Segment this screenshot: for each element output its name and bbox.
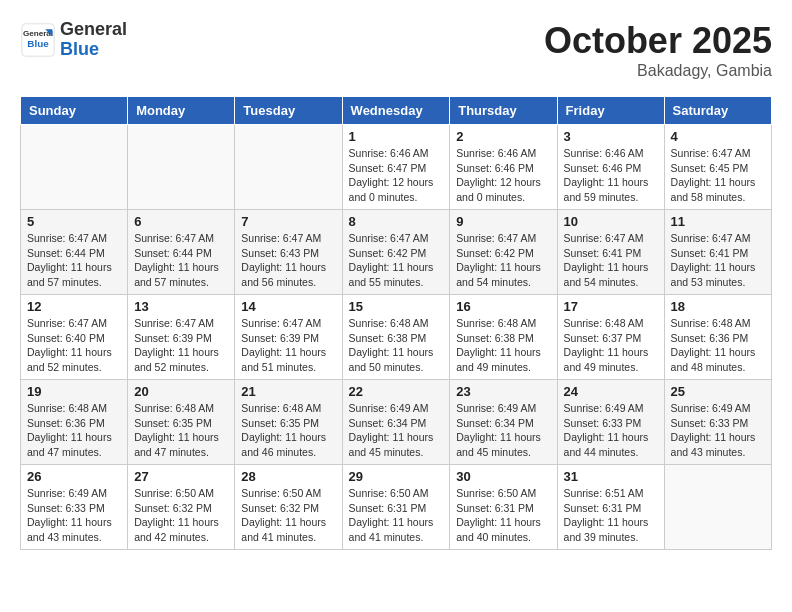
table-row: 13Sunrise: 6:47 AM Sunset: 6:39 PM Dayli… xyxy=(128,295,235,380)
calendar-week-1: 1Sunrise: 6:46 AM Sunset: 6:47 PM Daylig… xyxy=(21,125,772,210)
logo-icon: General Blue xyxy=(20,22,56,58)
day-info: Sunrise: 6:47 AM Sunset: 6:40 PM Dayligh… xyxy=(27,316,121,375)
header-tuesday: Tuesday xyxy=(235,97,342,125)
day-info: Sunrise: 6:49 AM Sunset: 6:33 PM Dayligh… xyxy=(671,401,765,460)
table-row: 31Sunrise: 6:51 AM Sunset: 6:31 PM Dayli… xyxy=(557,465,664,550)
day-number: 17 xyxy=(564,299,658,314)
table-row: 25Sunrise: 6:49 AM Sunset: 6:33 PM Dayli… xyxy=(664,380,771,465)
day-number: 20 xyxy=(134,384,228,399)
day-info: Sunrise: 6:46 AM Sunset: 6:46 PM Dayligh… xyxy=(456,146,550,205)
day-number: 29 xyxy=(349,469,444,484)
table-row: 19Sunrise: 6:48 AM Sunset: 6:36 PM Dayli… xyxy=(21,380,128,465)
svg-text:Blue: Blue xyxy=(27,38,49,49)
day-info: Sunrise: 6:46 AM Sunset: 6:46 PM Dayligh… xyxy=(564,146,658,205)
calendar-week-2: 5Sunrise: 6:47 AM Sunset: 6:44 PM Daylig… xyxy=(21,210,772,295)
day-number: 19 xyxy=(27,384,121,399)
table-row: 12Sunrise: 6:47 AM Sunset: 6:40 PM Dayli… xyxy=(21,295,128,380)
day-info: Sunrise: 6:50 AM Sunset: 6:31 PM Dayligh… xyxy=(349,486,444,545)
header-friday: Friday xyxy=(557,97,664,125)
header-sunday: Sunday xyxy=(21,97,128,125)
day-info: Sunrise: 6:49 AM Sunset: 6:33 PM Dayligh… xyxy=(564,401,658,460)
day-number: 26 xyxy=(27,469,121,484)
day-info: Sunrise: 6:50 AM Sunset: 6:32 PM Dayligh… xyxy=(241,486,335,545)
day-number: 2 xyxy=(456,129,550,144)
table-row: 28Sunrise: 6:50 AM Sunset: 6:32 PM Dayli… xyxy=(235,465,342,550)
calendar-week-4: 19Sunrise: 6:48 AM Sunset: 6:36 PM Dayli… xyxy=(21,380,772,465)
day-info: Sunrise: 6:46 AM Sunset: 6:47 PM Dayligh… xyxy=(349,146,444,205)
day-number: 6 xyxy=(134,214,228,229)
day-info: Sunrise: 6:47 AM Sunset: 6:39 PM Dayligh… xyxy=(241,316,335,375)
day-number: 14 xyxy=(241,299,335,314)
table-row xyxy=(128,125,235,210)
table-row: 17Sunrise: 6:48 AM Sunset: 6:37 PM Dayli… xyxy=(557,295,664,380)
day-info: Sunrise: 6:51 AM Sunset: 6:31 PM Dayligh… xyxy=(564,486,658,545)
table-row: 7Sunrise: 6:47 AM Sunset: 6:43 PM Daylig… xyxy=(235,210,342,295)
logo-general-text: General xyxy=(60,20,127,40)
day-number: 9 xyxy=(456,214,550,229)
day-number: 4 xyxy=(671,129,765,144)
table-row: 27Sunrise: 6:50 AM Sunset: 6:32 PM Dayli… xyxy=(128,465,235,550)
day-number: 28 xyxy=(241,469,335,484)
table-row: 2Sunrise: 6:46 AM Sunset: 6:46 PM Daylig… xyxy=(450,125,557,210)
page-header: General Blue General Blue October 2025 B… xyxy=(20,20,772,80)
day-number: 1 xyxy=(349,129,444,144)
header-wednesday: Wednesday xyxy=(342,97,450,125)
table-row: 20Sunrise: 6:48 AM Sunset: 6:35 PM Dayli… xyxy=(128,380,235,465)
day-info: Sunrise: 6:47 AM Sunset: 6:43 PM Dayligh… xyxy=(241,231,335,290)
day-info: Sunrise: 6:47 AM Sunset: 6:44 PM Dayligh… xyxy=(27,231,121,290)
day-number: 18 xyxy=(671,299,765,314)
day-number: 11 xyxy=(671,214,765,229)
calendar-week-5: 26Sunrise: 6:49 AM Sunset: 6:33 PM Dayli… xyxy=(21,465,772,550)
header-monday: Monday xyxy=(128,97,235,125)
day-number: 3 xyxy=(564,129,658,144)
day-info: Sunrise: 6:48 AM Sunset: 6:35 PM Dayligh… xyxy=(134,401,228,460)
day-info: Sunrise: 6:50 AM Sunset: 6:31 PM Dayligh… xyxy=(456,486,550,545)
day-number: 12 xyxy=(27,299,121,314)
day-number: 10 xyxy=(564,214,658,229)
table-row: 24Sunrise: 6:49 AM Sunset: 6:33 PM Dayli… xyxy=(557,380,664,465)
header-thursday: Thursday xyxy=(450,97,557,125)
table-row: 5Sunrise: 6:47 AM Sunset: 6:44 PM Daylig… xyxy=(21,210,128,295)
logo-blue-text: Blue xyxy=(60,40,127,60)
table-row: 1Sunrise: 6:46 AM Sunset: 6:47 PM Daylig… xyxy=(342,125,450,210)
day-number: 25 xyxy=(671,384,765,399)
table-row: 14Sunrise: 6:47 AM Sunset: 6:39 PM Dayli… xyxy=(235,295,342,380)
table-row: 4Sunrise: 6:47 AM Sunset: 6:45 PM Daylig… xyxy=(664,125,771,210)
day-info: Sunrise: 6:48 AM Sunset: 6:36 PM Dayligh… xyxy=(27,401,121,460)
logo-text: General Blue xyxy=(60,20,127,60)
day-info: Sunrise: 6:48 AM Sunset: 6:38 PM Dayligh… xyxy=(349,316,444,375)
calendar-week-3: 12Sunrise: 6:47 AM Sunset: 6:40 PM Dayli… xyxy=(21,295,772,380)
table-row: 18Sunrise: 6:48 AM Sunset: 6:36 PM Dayli… xyxy=(664,295,771,380)
day-info: Sunrise: 6:49 AM Sunset: 6:33 PM Dayligh… xyxy=(27,486,121,545)
day-number: 13 xyxy=(134,299,228,314)
day-info: Sunrise: 6:48 AM Sunset: 6:35 PM Dayligh… xyxy=(241,401,335,460)
header-saturday: Saturday xyxy=(664,97,771,125)
table-row: 22Sunrise: 6:49 AM Sunset: 6:34 PM Dayli… xyxy=(342,380,450,465)
table-row: 3Sunrise: 6:46 AM Sunset: 6:46 PM Daylig… xyxy=(557,125,664,210)
table-row: 9Sunrise: 6:47 AM Sunset: 6:42 PM Daylig… xyxy=(450,210,557,295)
day-info: Sunrise: 6:47 AM Sunset: 6:44 PM Dayligh… xyxy=(134,231,228,290)
month-title: October 2025 xyxy=(544,20,772,62)
table-row: 26Sunrise: 6:49 AM Sunset: 6:33 PM Dayli… xyxy=(21,465,128,550)
day-info: Sunrise: 6:48 AM Sunset: 6:37 PM Dayligh… xyxy=(564,316,658,375)
table-row: 6Sunrise: 6:47 AM Sunset: 6:44 PM Daylig… xyxy=(128,210,235,295)
table-row xyxy=(664,465,771,550)
logo: General Blue General Blue xyxy=(20,20,127,60)
day-number: 21 xyxy=(241,384,335,399)
table-row: 16Sunrise: 6:48 AM Sunset: 6:38 PM Dayli… xyxy=(450,295,557,380)
day-info: Sunrise: 6:50 AM Sunset: 6:32 PM Dayligh… xyxy=(134,486,228,545)
table-row: 8Sunrise: 6:47 AM Sunset: 6:42 PM Daylig… xyxy=(342,210,450,295)
day-info: Sunrise: 6:48 AM Sunset: 6:36 PM Dayligh… xyxy=(671,316,765,375)
table-row: 23Sunrise: 6:49 AM Sunset: 6:34 PM Dayli… xyxy=(450,380,557,465)
day-info: Sunrise: 6:47 AM Sunset: 6:41 PM Dayligh… xyxy=(564,231,658,290)
table-row: 15Sunrise: 6:48 AM Sunset: 6:38 PM Dayli… xyxy=(342,295,450,380)
location-title: Bakadagy, Gambia xyxy=(544,62,772,80)
day-number: 22 xyxy=(349,384,444,399)
title-area: October 2025 Bakadagy, Gambia xyxy=(544,20,772,80)
table-row: 30Sunrise: 6:50 AM Sunset: 6:31 PM Dayli… xyxy=(450,465,557,550)
day-info: Sunrise: 6:47 AM Sunset: 6:45 PM Dayligh… xyxy=(671,146,765,205)
table-row: 29Sunrise: 6:50 AM Sunset: 6:31 PM Dayli… xyxy=(342,465,450,550)
table-row xyxy=(21,125,128,210)
calendar-table: Sunday Monday Tuesday Wednesday Thursday… xyxy=(20,96,772,550)
table-row: 11Sunrise: 6:47 AM Sunset: 6:41 PM Dayli… xyxy=(664,210,771,295)
